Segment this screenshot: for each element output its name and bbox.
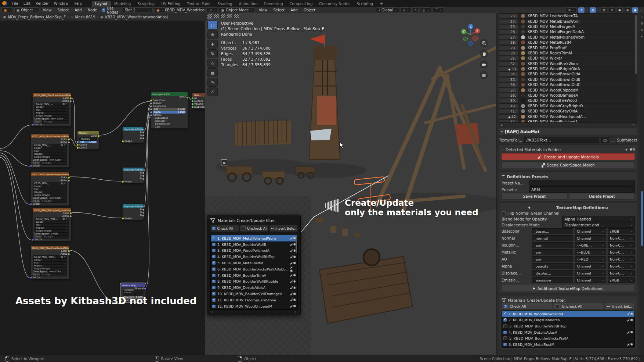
use-nodes-toggle[interactable]: Use Nodes bbox=[102, 6, 118, 14]
vector-input-socket[interactable] bbox=[30, 203, 32, 205]
checker-icon[interactable] bbox=[214, 13, 219, 18]
vector-input-socket[interactable] bbox=[30, 165, 32, 167]
texmap-channel-dropdown[interactable]: Channel⌄ bbox=[575, 228, 606, 234]
menu-item[interactable]: View bbox=[256, 8, 270, 12]
menu-item[interactable]: Add bbox=[72, 8, 84, 12]
checker-icon[interactable] bbox=[220, 13, 226, 18]
expand-arrow-icon[interactable]: ▸ bbox=[212, 310, 213, 313]
blend-mode-dropdown[interactable]: Alpha Hashed⌄ bbox=[562, 216, 635, 222]
row-checkbox[interactable] bbox=[212, 274, 216, 277]
menu-item[interactable]: Window bbox=[51, 1, 71, 6]
material-slot-row[interactable]: 30. KB3D_MDV_RopesTrimM bbox=[499, 51, 637, 56]
popup-material-row[interactable]: 9. KB3D_MDV_DecalsAtlasA 🖌︎✱ bbox=[211, 284, 297, 291]
tool-annotate[interactable]: ✎ bbox=[207, 78, 218, 87]
material-output-node[interactable]: Mate... AllSurfaceVolumeDisplace... bbox=[192, 93, 205, 109]
image-input-socket[interactable] bbox=[122, 217, 124, 220]
workspace-tab[interactable]: Animation bbox=[236, 1, 261, 7]
preset-name-field[interactable] bbox=[529, 180, 635, 186]
texmap-channel-dropdown[interactable]: Channel⌄ bbox=[575, 263, 606, 269]
popup-material-row[interactable]: 8. KB3D_MDV_BoulderWallBRubble 🖌︎✱ bbox=[211, 279, 297, 285]
output-input-row[interactable]: All bbox=[192, 97, 205, 100]
normal-output-socket[interactable] bbox=[144, 287, 146, 290]
collapsed-section[interactable]: ›Coat bbox=[151, 125, 188, 128]
material-slot-row[interactable]: ◆ 42 KB3D_MDV_WoodHeartwoodA... bbox=[499, 114, 637, 119]
output-input-row[interactable]: Volume bbox=[192, 103, 205, 105]
output-input-row[interactable]: Displace... bbox=[192, 105, 205, 108]
collapsed-section[interactable]: ›Subsurface bbox=[151, 117, 188, 119]
r-output-socket[interactable] bbox=[142, 208, 145, 211]
menu-item[interactable]: File bbox=[10, 1, 21, 6]
material-slot-row[interactable]: 43. KB3D_MDV_WoodPolishedA bbox=[499, 119, 637, 123]
popup-scrollbar[interactable] bbox=[296, 236, 297, 253]
alpha-output-socket[interactable] bbox=[68, 179, 70, 182]
row-checkbox[interactable] bbox=[212, 243, 216, 246]
r-output-socket[interactable] bbox=[142, 172, 145, 174]
multiply-node[interactable]: Multiply Color Multiply⌄ Fac1.000 Color1… bbox=[77, 130, 99, 150]
automat-panel-header[interactable]: ▾[BAM] AutoMat bbox=[499, 128, 637, 135]
pan-hand-icon[interactable] bbox=[480, 50, 488, 58]
vector-input-socket[interactable] bbox=[32, 123, 34, 126]
proportional-edit-dropdown[interactable]: ◎⌄ bbox=[420, 7, 431, 13]
separate-rgb-node[interactable]: Separate RGB (Lega... R G B Image bbox=[122, 167, 144, 183]
checker-icon[interactable] bbox=[227, 13, 232, 18]
delete-preset-button[interactable]: Delete Preset bbox=[569, 193, 635, 200]
menu-item[interactable]: View bbox=[40, 8, 54, 12]
node-title[interactable]: Principled BSDF bbox=[151, 92, 188, 96]
filter-material-row[interactable]: 5. KB3D_MDV_BoulderBricksWallA 🖌︎✱ bbox=[502, 335, 634, 341]
workspace-tab[interactable]: Geometry Nodes bbox=[316, 1, 353, 7]
node-title[interactable]: KB3D_MDV_Wood_RedJ_basecolor.png bbox=[33, 208, 71, 212]
alpha-output-socket[interactable] bbox=[68, 253, 70, 255]
material-slot-row[interactable]: 31. KB3D_MDV_Wicker bbox=[499, 56, 637, 61]
node-title[interactable]: Normal Map bbox=[121, 283, 145, 287]
node-title[interactable]: KB3D_MDV_WoodHeartwoodWornJ_a... bbox=[31, 172, 69, 176]
row-checkbox[interactable] bbox=[503, 343, 507, 346]
ior-input-socket[interactable] bbox=[150, 108, 152, 111]
tool-rotate[interactable]: ↻ bbox=[207, 49, 218, 58]
blender-logo-icon[interactable] bbox=[2, 1, 7, 6]
menu-item[interactable]: Select bbox=[271, 8, 287, 12]
image-input-socket[interactable] bbox=[122, 180, 124, 183]
workspace-tab[interactable]: Sculpting bbox=[134, 1, 158, 7]
texmap-channel-dropdown[interactable]: Channel⌄ bbox=[575, 270, 606, 276]
texmap-colorspace-dropdown[interactable]: Non-C...⌄ bbox=[608, 263, 635, 269]
texmap-channel-dropdown[interactable]: ->BLUE⌄ bbox=[575, 249, 606, 255]
base-color-input-socket[interactable] bbox=[150, 99, 152, 102]
shader-node-canvas[interactable]: KB3D_MDV_WoodHeartwoodAtlasJ_a... Color … bbox=[0, 12, 205, 355]
texmap-suffix-field[interactable]: _displac... bbox=[532, 270, 573, 276]
xray-toggle[interactable]: ▥ bbox=[601, 7, 607, 13]
g-output-socket[interactable] bbox=[142, 211, 145, 214]
texmap-channel-dropdown[interactable]: Channel⌄ bbox=[575, 277, 606, 283]
tool-select-box[interactable]: ▢ bbox=[207, 21, 218, 29]
check-all-button[interactable]: Check All bbox=[210, 225, 239, 232]
shader-type-dropdown[interactable]: ▣Object⌄ bbox=[14, 7, 39, 13]
b-output-socket[interactable] bbox=[142, 137, 145, 140]
image-texture-node[interactable]: KB3D_MDV_WoodHeartwoodAtlasJ_normal.png … bbox=[30, 245, 69, 279]
menu-item[interactable]: Node bbox=[85, 8, 100, 12]
alpha-output-socket[interactable] bbox=[69, 215, 72, 218]
material-slot-row[interactable]: ◆ 33 KB3D_MDV_WoodBrightOldA bbox=[499, 67, 637, 72]
collapsed-section[interactable]: ›Specular bbox=[151, 119, 188, 122]
resize-grip[interactable]: ⁞⁞⁞ bbox=[632, 123, 635, 127]
row-checkbox[interactable] bbox=[212, 268, 216, 271]
texmap-colorspace-dropdown[interactable]: Non-C...⌄ bbox=[608, 242, 635, 248]
editor-type-selector-3d[interactable]: ⊞⌄ bbox=[206, 7, 217, 13]
workspace-tab[interactable]: UV Editing bbox=[158, 1, 184, 7]
material-slot-row[interactable]: 26. KB3D_MDV_MetalForgedDarkA bbox=[499, 29, 637, 35]
slot-dropdown[interactable]: Slot 1⌄ bbox=[123, 7, 153, 13]
material-slot-row[interactable]: 38. KB3D_MDV_WoodDamageA bbox=[499, 93, 637, 98]
shading-rendered[interactable]: ◕ bbox=[632, 7, 638, 13]
tab-icon[interactable]: ✦ bbox=[641, 35, 643, 38]
menu-item[interactable]: Object bbox=[301, 8, 318, 12]
shading-solid[interactable]: ● bbox=[616, 7, 623, 13]
shading-material[interactable]: ◑ bbox=[624, 7, 630, 13]
image-texture-node[interactable]: KB3D_MDV_WoodHeartwoodWornJ_a... Color A… bbox=[30, 172, 69, 206]
folder-browse-icon[interactable]: 🗀 bbox=[601, 137, 609, 143]
tool-cursor[interactable]: ⊕ bbox=[207, 30, 218, 39]
resize-grip[interactable]: ⁞⁞ bbox=[294, 310, 296, 313]
node-title[interactable]: KB3D_MDV_WoodHeartwoodAtlasJ_normal.png bbox=[31, 246, 69, 250]
transform-orientation-dropdown[interactable]: ⭥Global⌄ bbox=[376, 7, 399, 13]
texmap-colorspace-dropdown[interactable]: sRGB⌄ bbox=[608, 277, 635, 283]
flip-normal-checkbox[interactable] bbox=[502, 211, 506, 215]
metallic-input-socket[interactable] bbox=[150, 102, 152, 105]
texmap-colorspace-dropdown[interactable]: sRGB⌄ bbox=[608, 228, 635, 234]
